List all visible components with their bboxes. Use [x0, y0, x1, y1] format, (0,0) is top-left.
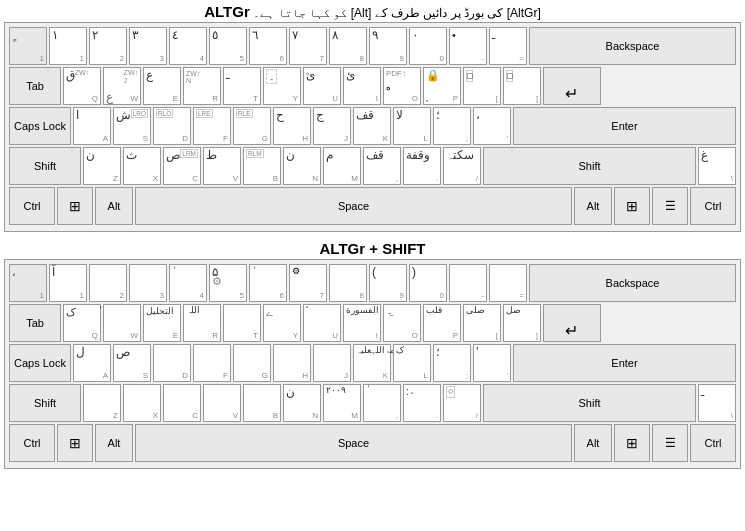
- kb2-key-backtick[interactable]: ، 1: [9, 264, 47, 302]
- kb2-key-n[interactable]: ن N: [283, 384, 321, 422]
- key-m[interactable]: م M: [323, 147, 361, 185]
- kb2-key-5[interactable]: ۵ 5 ⚙: [209, 264, 247, 302]
- key-x[interactable]: ث X: [123, 147, 161, 185]
- kb2-key-w[interactable]: W: [103, 304, 141, 342]
- key-6[interactable]: ٦ 6: [249, 27, 287, 65]
- key-tab[interactable]: Tab: [9, 67, 61, 105]
- kb2-key-slash[interactable]: ○ /: [443, 384, 481, 422]
- key-k[interactable]: قف K: [353, 107, 391, 145]
- kb2-key-t[interactable]: T: [223, 304, 261, 342]
- key-l[interactable]: لا L: [393, 107, 431, 145]
- key-h[interactable]: ح H: [273, 107, 311, 145]
- key-alt-right[interactable]: Alt: [574, 187, 612, 225]
- key-1[interactable]: ١ 1: [49, 27, 87, 65]
- kb2-key-comma[interactable]: ٰ ,: [363, 384, 401, 422]
- kb2-key-u[interactable]: U: [303, 304, 341, 342]
- kb2-key-p[interactable]: قلب P: [423, 304, 461, 342]
- key-menu[interactable]: ☰: [652, 187, 688, 225]
- key-y[interactable]: ۔ Y: [263, 67, 301, 105]
- key-win-right[interactable]: ⊞: [614, 187, 650, 225]
- key-c[interactable]: ص C LRM: [163, 147, 201, 185]
- key-j[interactable]: ج J: [313, 107, 351, 145]
- kb2-key-enter[interactable]: ↵: [543, 304, 601, 342]
- kb2-key-backslash[interactable]: ـ \: [698, 384, 736, 422]
- kb2-key-0[interactable]: ) 0: [409, 264, 447, 302]
- kb2-key-k[interactable]: رحمۃاللہعلیہ K: [353, 344, 391, 382]
- kb2-key-o[interactable]: ۃ O: [383, 304, 421, 342]
- kb2-key-3[interactable]: 3: [129, 264, 167, 302]
- kb2-key-menu[interactable]: ☰: [652, 424, 688, 462]
- kb2-key-2[interactable]: 2: [89, 264, 127, 302]
- key-minus[interactable]: • -: [449, 27, 487, 65]
- kb2-key-ctrl-left[interactable]: Ctrl: [9, 424, 55, 462]
- kb2-key-win-left[interactable]: ⊞: [57, 424, 93, 462]
- key-v[interactable]: ط V: [203, 147, 241, 185]
- kb2-key-ctrl-right[interactable]: Ctrl: [690, 424, 736, 462]
- kb2-key-win-right[interactable]: ⊞: [614, 424, 650, 462]
- kb2-key-b[interactable]: B: [243, 384, 281, 422]
- kb2-key-a[interactable]: ل A: [73, 344, 111, 382]
- kb2-key-q[interactable]: ک Q ٰ: [63, 304, 101, 342]
- key-period[interactable]: وقفة .: [403, 147, 441, 185]
- kb2-key-1[interactable]: آ 1: [49, 264, 87, 302]
- kb2-key-period[interactable]: :؞ .: [403, 384, 441, 422]
- kb2-key-v[interactable]: V: [203, 384, 241, 422]
- kb2-key-space[interactable]: Space: [135, 424, 572, 462]
- kb2-key-bracket-open[interactable]: صلی [: [463, 304, 501, 342]
- key-backtick[interactable]: ٍ 1: [9, 27, 47, 65]
- key-w[interactable]: ZW↑J ع W: [103, 67, 141, 105]
- kb2-key-4[interactable]: ٰ 4: [169, 264, 207, 302]
- key-0[interactable]: ٠ 0: [409, 27, 447, 65]
- key-backslash[interactable]: غ \: [698, 147, 736, 185]
- key-e[interactable]: ع E: [143, 67, 181, 105]
- key-caps-lock[interactable]: Caps Lock: [9, 107, 71, 145]
- key-bracket-close[interactable]: □ ]: [503, 67, 541, 105]
- key-5[interactable]: ٥ 5: [209, 27, 247, 65]
- key-ctrl-right[interactable]: Ctrl: [690, 187, 736, 225]
- kb2-key-caps-lock[interactable]: Caps Lock: [9, 344, 71, 382]
- kb2-key-tab[interactable]: Tab: [9, 304, 61, 342]
- kb2-key-9[interactable]: ( 9: [369, 264, 407, 302]
- key-alt-left[interactable]: Alt: [95, 187, 133, 225]
- key-4[interactable]: ٤ 4: [169, 27, 207, 65]
- key-win-left[interactable]: ⊞: [57, 187, 93, 225]
- key-o[interactable]: PDF↑ O ه: [383, 67, 421, 105]
- key-q[interactable]: ق Q ZW↑: [63, 67, 101, 105]
- kb2-key-d[interactable]: D: [153, 344, 191, 382]
- key-a[interactable]: ا A: [73, 107, 111, 145]
- kb2-key-backspace[interactable]: Backspace: [529, 264, 736, 302]
- kb2-key-quote[interactable]: ' ': [473, 344, 511, 382]
- key-n[interactable]: ن N: [283, 147, 321, 185]
- key-t[interactable]: ـ T: [223, 67, 261, 105]
- kb2-key-z[interactable]: Z: [83, 384, 121, 422]
- kb2-key-semicolon[interactable]: ؛ ;: [433, 344, 471, 382]
- kb2-key-7[interactable]: ⚙ 7: [289, 264, 327, 302]
- key-enter2[interactable]: Enter: [513, 107, 736, 145]
- kb2-key-minus[interactable]: -: [449, 264, 487, 302]
- key-7[interactable]: ٧ 7: [289, 27, 327, 65]
- key-u[interactable]: ی U ه: [303, 67, 341, 105]
- kb2-key-h[interactable]: H: [273, 344, 311, 382]
- key-shift-right[interactable]: Shift: [483, 147, 696, 185]
- kb2-key-6[interactable]: ٰ 6: [249, 264, 287, 302]
- key-3[interactable]: ٣ 3: [129, 27, 167, 65]
- key-z[interactable]: ن Z: [83, 147, 121, 185]
- key-d[interactable]: RLO D: [153, 107, 191, 145]
- kb2-key-alt-left[interactable]: Alt: [95, 424, 133, 462]
- kb2-key-i[interactable]: الفسورة I: [343, 304, 381, 342]
- kb2-key-l[interactable]: ک L: [393, 344, 431, 382]
- key-semicolon[interactable]: ؛ ;: [433, 107, 471, 145]
- key-s[interactable]: ش S LRO: [113, 107, 151, 145]
- key-comma[interactable]: قف ,: [363, 147, 401, 185]
- kb2-key-f[interactable]: F: [193, 344, 231, 382]
- kb2-key-s[interactable]: ص S: [113, 344, 151, 382]
- key-backspace[interactable]: Backspace: [529, 27, 736, 65]
- kb2-key-e[interactable]: التحلیل E: [143, 304, 181, 342]
- kb2-key-c[interactable]: C: [163, 384, 201, 422]
- kb2-key-enter2[interactable]: Enter: [513, 344, 736, 382]
- kb2-key-y[interactable]: ے Y: [263, 304, 301, 342]
- key-2[interactable]: ٢ 2: [89, 27, 127, 65]
- key-equals[interactable]: ـ =: [489, 27, 527, 65]
- key-i[interactable]: ئ I: [343, 67, 381, 105]
- key-p[interactable]: 🔒 P: [423, 67, 461, 105]
